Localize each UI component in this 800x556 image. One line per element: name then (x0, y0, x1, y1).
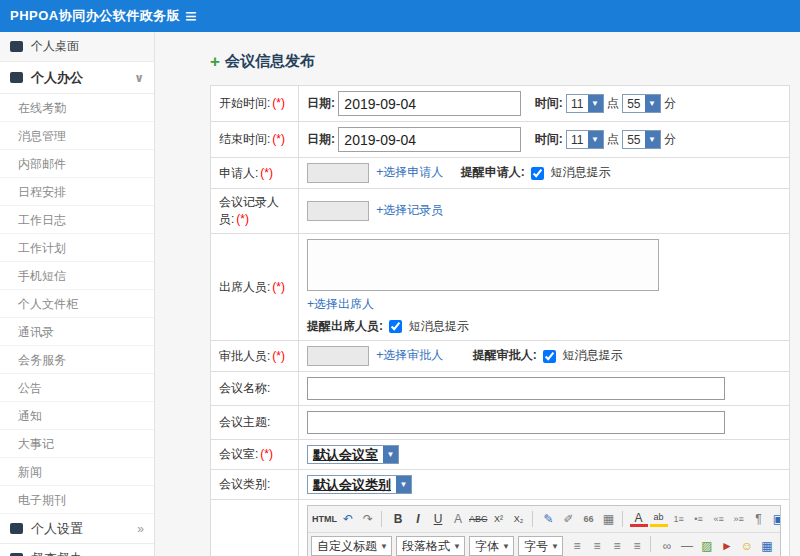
app-title: PHPOA协同办公软件政务版 (0, 7, 185, 25)
dropdown-arrow-icon: ▼ (377, 542, 391, 551)
unordered-list-icon[interactable]: •≡ (690, 509, 708, 529)
page-title-text: 会议信息发布 (225, 52, 315, 71)
remove-format-icon[interactable]: A (449, 509, 467, 529)
end-minute-select[interactable]: 55▼ (622, 130, 660, 149)
choose-attendees-link[interactable]: +选择出席人 (307, 297, 374, 311)
field-label: 出席人员:(*) (211, 234, 299, 341)
sidebar-item[interactable]: 消息管理 (0, 122, 154, 150)
sidebar-item[interactable]: 大事记 (0, 430, 154, 458)
underline-icon[interactable]: U (429, 509, 447, 529)
applicant-input[interactable] (307, 163, 369, 183)
emoticon-icon[interactable]: ☺ (738, 536, 756, 556)
form-row-end-time: 结束时间:(*) 日期: 时间: 11▼ 点 55▼ 分 (211, 122, 790, 158)
meeting-room-select[interactable]: 默认会议室▼ (307, 445, 399, 464)
sidebar-menu: 在线考勤消息管理内部邮件日程安排工作日志工作计划手机短信个人文件柜通讯录会务服务… (0, 94, 154, 514)
align-center-icon[interactable]: ≡ (588, 536, 606, 556)
approver-sms-checkbox[interactable] (543, 350, 556, 363)
redo-icon[interactable]: ↷ (359, 509, 377, 529)
calendar-icon[interactable]: ▦ (600, 509, 618, 529)
sidebar-item-label: 个人桌面 (31, 38, 79, 55)
applicant-sms-checkbox[interactable] (531, 167, 544, 180)
start-date-input[interactable] (338, 91, 521, 116)
italic-icon[interactable]: I (409, 509, 427, 529)
strikethrough-icon[interactable]: ABC (469, 509, 488, 529)
required-mark: (*) (272, 349, 285, 363)
superscript-icon[interactable]: X² (490, 509, 508, 529)
highlight-color-icon[interactable]: ab (650, 511, 668, 527)
hr-icon[interactable]: — (678, 536, 696, 556)
ordered-list-icon[interactable]: 1≡ (670, 509, 688, 529)
align-justify-icon[interactable]: ≡ (628, 536, 646, 556)
source-code-icon[interactable]: HTML (312, 509, 337, 529)
sidebar-section-settings[interactable]: 个人设置 » (0, 514, 154, 544)
table-icon[interactable]: ▦ (758, 536, 776, 556)
align-left-icon[interactable]: ≡ (568, 536, 586, 556)
sidebar-item[interactable]: 通讯录 (0, 318, 154, 346)
sidebar-item-desktop[interactable]: 个人桌面 (0, 32, 154, 62)
meeting-category-select[interactable]: 默认会议类别▼ (307, 475, 412, 494)
sidebar-item[interactable]: 新闻 (0, 458, 154, 486)
undo-icon[interactable]: ↶ (339, 509, 357, 529)
fullscreen-icon[interactable]: ▣ (770, 509, 780, 529)
sidebar-item[interactable]: 电子期刊 (0, 486, 154, 514)
subscript-icon[interactable]: X₂ (510, 509, 528, 529)
pencil-icon[interactable]: ✎ (540, 509, 558, 529)
attendees-sms-checkbox[interactable] (389, 320, 402, 333)
start-minute-select[interactable]: 55▼ (622, 94, 660, 113)
font-color-icon[interactable]: A (630, 511, 648, 527)
grid-icon[interactable]: ▤ (778, 536, 780, 556)
separator (650, 536, 654, 552)
required-mark: (*) (272, 96, 285, 110)
sidebar-item[interactable]: 公告 (0, 374, 154, 402)
required-mark: (*) (272, 280, 285, 294)
media-icon[interactable]: ► (718, 536, 736, 556)
sidebar-section-supervision[interactable]: 督查督办 » (0, 544, 154, 556)
approver-input[interactable] (307, 346, 369, 366)
recorder-input[interactable] (307, 201, 369, 221)
indent-icon[interactable]: »≡ (730, 509, 748, 529)
sidebar-item[interactable]: 会务服务 (0, 346, 154, 374)
choose-approver-link[interactable]: +选择审批人 (376, 348, 443, 362)
sidebar-section-office[interactable]: 个人办公 ∨ (0, 62, 154, 94)
sidebar-item[interactable]: 工作日志 (0, 206, 154, 234)
attendees-textarea[interactable] (307, 239, 659, 291)
meeting-name-input[interactable] (307, 377, 725, 400)
bold-icon[interactable]: B (389, 509, 407, 529)
font-size-select[interactable]: 字号▼ (518, 536, 563, 556)
link-icon[interactable]: ∞ (658, 536, 676, 556)
sidebar-section-label: 个人设置 (31, 520, 83, 538)
field-label: 会议记录人员:(*) (211, 189, 299, 234)
end-hour-select[interactable]: 11▼ (566, 130, 603, 149)
choose-applicant-link[interactable]: +选择申请人 (376, 165, 443, 179)
field-label: 会议名称: (211, 372, 299, 406)
briefcase-icon (10, 72, 23, 83)
dropdown-arrow-icon: ▼ (383, 446, 398, 463)
outdent-icon[interactable]: «≡ (710, 509, 728, 529)
hamburger-menu-icon[interactable]: ≡ (185, 6, 197, 26)
choose-recorder-link[interactable]: +选择记录员 (376, 203, 443, 217)
image-icon[interactable]: ▨ (698, 536, 716, 556)
align-right-icon[interactable]: ≡ (608, 536, 626, 556)
sidebar-item[interactable]: 内部邮件 (0, 150, 154, 178)
required-mark: (*) (236, 212, 249, 226)
end-date-input[interactable] (338, 127, 521, 152)
sidebar-item[interactable]: 工作计划 (0, 234, 154, 262)
sidebar-item[interactable]: 在线考勤 (0, 94, 154, 122)
sidebar-item[interactable]: 通知 (0, 402, 154, 430)
app-window: PHPOA协同办公软件政务版 ≡ 个人桌面 个人办公 ∨ 在线考勤消息管理内部邮… (0, 0, 800, 556)
hour-unit: 点 (607, 132, 619, 146)
sidebar-item[interactable]: 手机短信 (0, 262, 154, 290)
minute-unit: 分 (664, 132, 676, 146)
font-family-select[interactable]: 字体▼ (469, 536, 514, 556)
format-brush-icon[interactable]: ✐ (560, 509, 578, 529)
meeting-subject-input[interactable] (307, 411, 725, 434)
field-label: 会议主题: (211, 406, 299, 440)
form-row-approver: 审批人员:(*) +选择审批人 提醒审批人: 短消息提示 (211, 341, 790, 372)
sidebar-item[interactable]: 日程安排 (0, 178, 154, 206)
paragraph-icon[interactable]: ¶ (750, 509, 768, 529)
blockquote-icon[interactable]: 66 (580, 509, 598, 529)
paragraph-format-select[interactable]: 段落格式▼ (396, 536, 465, 556)
heading-style-select[interactable]: 自定义标题▼ (311, 536, 392, 556)
sidebar-item[interactable]: 个人文件柜 (0, 290, 154, 318)
start-hour-select[interactable]: 11▼ (566, 94, 603, 113)
